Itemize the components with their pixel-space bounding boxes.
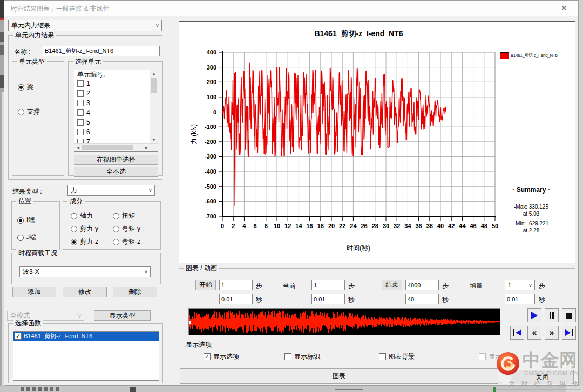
checkbox-display-grid[interactable]: 显示网格 — [479, 352, 514, 361]
unit-sec-label: 秒 — [539, 295, 545, 305]
increment-dropdown[interactable]: 1 ∨ — [505, 280, 535, 290]
scroll-right-icon[interactable]: ▶ — [143, 144, 150, 151]
svg-text:16: 16 — [306, 223, 313, 229]
radio-icon — [18, 84, 24, 91]
radio-moment-z[interactable]: 弯矩-z — [113, 237, 140, 246]
checkbox-icon[interactable] — [77, 100, 84, 106]
current-step-input[interactable] — [311, 280, 345, 290]
dialog-close-button[interactable]: 关闭 — [511, 370, 574, 384]
svg-text:18: 18 — [317, 223, 324, 229]
summary-min: -Min: -629.221 — [488, 221, 574, 226]
radio-shear-z[interactable]: 剪力-z — [71, 237, 98, 246]
legend-label: B1461_剪切-z_I-end_NT6 — [511, 52, 558, 58]
unit-step-label: 步 — [348, 281, 355, 291]
display-type-button[interactable]: 显示类型 — [94, 310, 151, 321]
stop-button[interactable] — [562, 308, 576, 322]
checkbox-icon[interactable] — [77, 80, 84, 87]
start-step-input[interactable] — [219, 280, 253, 290]
add-button[interactable]: 添加 — [12, 287, 56, 297]
element-row[interactable]: 2 — [74, 88, 158, 98]
result-category-dropdown[interactable]: 单元内力结果 ∨ — [8, 20, 162, 31]
svg-text:20: 20 — [328, 223, 335, 229]
current-sec-input[interactable] — [311, 294, 345, 304]
element-row[interactable]: 6 — [74, 127, 158, 137]
element-row[interactable]: 5 — [74, 118, 158, 127]
scrollbar-thumb[interactable] — [151, 78, 157, 93]
screen: 时程结果图表：一般连接 & 非线性 ✕ 单元内力结果 ∨ 单元内力结果 名称 :… — [0, 0, 583, 392]
unit-sec-label: 秒 — [442, 295, 449, 305]
end-sec-input[interactable] — [405, 294, 439, 304]
load-case-dropdown[interactable]: 波3-X ∨ — [19, 266, 151, 277]
checkbox-chart-background[interactable]: 图表背景 — [379, 352, 415, 361]
end-button[interactable]: 结束 — [382, 280, 402, 290]
function-list[interactable]: ✓ B1461_剪切-z_I-end_NT6 — [13, 331, 159, 381]
close-icon[interactable]: ✕ — [556, 2, 572, 14]
checkbox-display-options[interactable]: ✓ 显示选项 — [204, 352, 239, 361]
element-row[interactable]: 4 — [74, 108, 158, 118]
checkbox-icon[interactable]: ✓ — [15, 333, 22, 340]
end-step-input[interactable] — [405, 280, 439, 290]
x-axis-label: 时间(秒) — [347, 244, 370, 253]
radio-brace[interactable]: 支撑 — [18, 107, 40, 116]
result-kind-dropdown[interactable]: 力 ∨ — [67, 185, 155, 196]
start-button[interactable]: 开始 — [195, 280, 216, 290]
checkbox-icon[interactable] — [77, 109, 84, 116]
scroll-left-icon[interactable]: ◀ — [74, 144, 82, 151]
name-label: 名称 : — [14, 47, 31, 57]
deselect-all-button[interactable]: 全不选 — [74, 167, 158, 177]
checkbox-icon[interactable] — [77, 129, 84, 135]
checkbox-icon — [479, 353, 486, 360]
load-case-group: 时程荷载工况 波3-X ∨ — [11, 253, 161, 284]
result-kind-label: 结果类型 : — [12, 187, 42, 196]
radio-icon — [18, 109, 24, 115]
go-to-end-button[interactable] — [562, 326, 576, 340]
svg-text:0: 0 — [221, 223, 224, 229]
radio-j-end[interactable]: J端 — [17, 233, 36, 242]
vertical-scrollbar[interactable]: ▲ ▼ — [150, 70, 158, 144]
delete-button[interactable]: 删除 — [113, 287, 157, 297]
name-input[interactable] — [43, 46, 160, 56]
go-to-start-button[interactable] — [510, 326, 524, 340]
result-category-value: 单元内力结果 — [11, 21, 50, 30]
pause-button[interactable] — [545, 308, 559, 322]
play-button[interactable] — [527, 308, 541, 322]
chevron-down-icon: ∨ — [528, 282, 532, 288]
element-row[interactable]: 1 — [74, 79, 158, 88]
radio-beam[interactable]: 梁 — [18, 82, 33, 92]
radio-moment-y[interactable]: 弯矩-y — [113, 224, 140, 233]
stop-icon — [566, 313, 572, 319]
scrollbar-thumb[interactable] — [82, 145, 133, 150]
increment-sec-input[interactable] — [505, 294, 535, 304]
svg-text:32: 32 — [394, 223, 400, 229]
function-row-selected[interactable]: ✓ B1461_剪切-z_I-end_NT6 — [13, 332, 159, 341]
checkbox-icon[interactable] — [77, 90, 84, 97]
svg-text:48: 48 — [481, 223, 487, 229]
radio-i-end[interactable]: I端 — [17, 216, 35, 225]
horizontal-scrollbar[interactable]: ◀ ▶ — [74, 143, 158, 151]
radio-shear-y[interactable]: 剪力-y — [71, 224, 98, 233]
svg-text:38: 38 — [426, 223, 433, 229]
checkbox-icon[interactable] — [77, 119, 84, 126]
element-list[interactable]: 单元编号. 1 2 3 4 5 6 7 ▲ ▼ ◀ — [74, 70, 158, 152]
scroll-up-icon[interactable]: ▲ — [150, 70, 158, 78]
svg-text:30: 30 — [383, 223, 389, 229]
unit-sec-label: 秒 — [348, 295, 355, 305]
radio-axial[interactable]: 轴力 — [71, 211, 93, 221]
svg-text:-500: -500 — [205, 183, 216, 190]
svg-text:8: 8 — [265, 223, 268, 229]
radio-torsion[interactable]: 扭矩 — [113, 211, 135, 221]
checkbox-display-legend[interactable]: 显示标识 — [284, 352, 320, 361]
radio-icon — [113, 239, 119, 245]
chart-button[interactable]: 图表 — [180, 368, 498, 384]
waveform-preview-bar[interactable] — [188, 308, 500, 335]
start-sec-input[interactable] — [219, 294, 253, 304]
step-back-button[interactable]: « — [527, 326, 541, 340]
scroll-down-icon[interactable]: ▼ — [150, 136, 158, 144]
radio-icon — [17, 235, 24, 241]
element-row[interactable]: 3 — [74, 98, 158, 108]
modify-button[interactable]: 修改 — [63, 287, 107, 297]
step-forward-button[interactable]: » — [545, 326, 559, 340]
checkbox-icon — [379, 353, 386, 360]
svg-text:10: 10 — [274, 223, 280, 229]
pick-in-view-button[interactable]: 在视图中选择 — [74, 155, 158, 165]
